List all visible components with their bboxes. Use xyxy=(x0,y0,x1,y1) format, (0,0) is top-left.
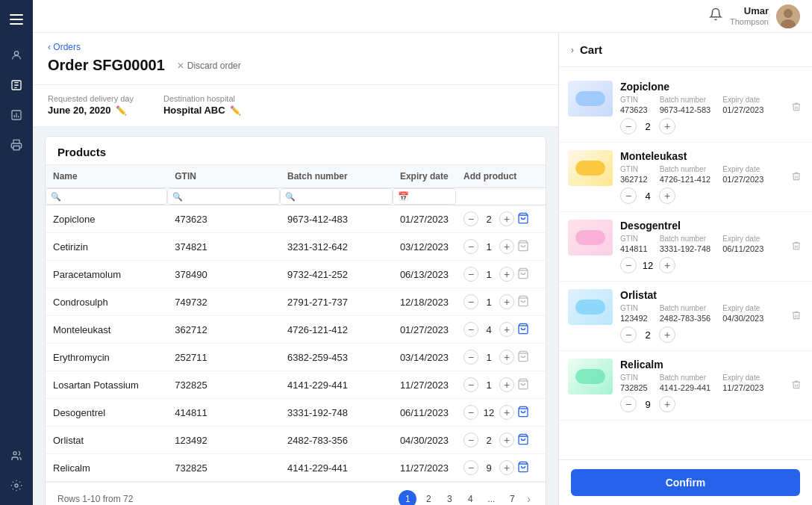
add-to-cart-icon[interactable] xyxy=(517,295,529,309)
add-to-cart-icon[interactable] xyxy=(517,461,529,475)
add-to-cart-icon[interactable] xyxy=(517,212,529,226)
qty-decrease-button[interactable]: − xyxy=(463,377,478,392)
cell-name: Monteleukast xyxy=(46,316,167,344)
qty-decrease-button[interactable]: − xyxy=(463,294,478,309)
col-name: Name xyxy=(46,165,167,188)
qty-decrease-button[interactable]: − xyxy=(463,239,478,254)
qty-increase-button[interactable]: + xyxy=(499,433,514,447)
cell-batch: 4141-229-441 xyxy=(280,454,393,482)
qty-increase-button[interactable]: + xyxy=(499,267,514,282)
cart-batch-group: Batch number 4141-229-441 xyxy=(660,374,711,393)
qty-decrease-button[interactable]: − xyxy=(463,211,478,226)
menu-icon[interactable] xyxy=(4,7,28,31)
qty-decrease-button[interactable]: − xyxy=(463,322,478,337)
cart-item-meta: GTIN 123492 Batch number 2482-783-356 Ex… xyxy=(620,304,782,323)
cart-qty-decrease-button[interactable]: − xyxy=(620,396,637,412)
bell-icon[interactable] xyxy=(709,7,722,25)
qty-decrease-button[interactable]: − xyxy=(463,433,478,447)
cart-qty-row: − 2 + xyxy=(620,326,782,343)
add-to-cart-icon[interactable] xyxy=(517,267,529,282)
cart-qty-decrease-button[interactable]: − xyxy=(620,326,637,343)
cart-expiry-value: 04/30/2023 xyxy=(722,314,763,323)
cart-item-info: Desogentrel GTIN 414811 Batch number 333… xyxy=(620,220,782,273)
add-to-cart-icon[interactable] xyxy=(517,240,529,254)
cart-qty-increase-button[interactable]: + xyxy=(659,326,675,343)
name-search-input[interactable] xyxy=(64,191,162,202)
order-title: Order SFG00001 xyxy=(48,57,165,74)
edit-delivery-date-icon[interactable]: ✏️ xyxy=(116,105,127,116)
print-icon[interactable] xyxy=(4,133,28,157)
qty-increase-button[interactable]: + xyxy=(499,405,514,420)
cart-delete-button[interactable] xyxy=(790,309,803,324)
qty-increase-button[interactable]: + xyxy=(499,322,514,337)
cart-delete-button[interactable] xyxy=(790,239,803,255)
breadcrumb[interactable]: Orders xyxy=(48,42,543,52)
cart-item-meta: GTIN 473623 Batch number 9673-412-583 Ex… xyxy=(620,96,782,115)
qty-decrease-button[interactable]: − xyxy=(463,460,478,475)
cart-gtin-value: 123492 xyxy=(620,314,648,323)
qty-cell: − 1 + xyxy=(463,267,538,282)
cart-header[interactable]: › Cart xyxy=(559,33,812,67)
qty-increase-button[interactable]: + xyxy=(499,350,514,365)
cell-batch: 3331-192-748 xyxy=(280,399,393,427)
qty-increase-button[interactable]: + xyxy=(499,377,514,392)
confirm-button[interactable]: Confirm xyxy=(571,469,800,496)
cart-qty-decrease-button[interactable]: − xyxy=(620,188,637,204)
cart-item-name: Zopiclone xyxy=(620,81,782,93)
batch-search-input[interactable] xyxy=(299,191,387,202)
cell-gtin: 473623 xyxy=(167,205,280,233)
order-meta: Requested delivery day June 20, 2020 ✏️ … xyxy=(33,85,558,127)
qty-increase-button[interactable]: + xyxy=(499,460,514,475)
qty-decrease-button[interactable]: − xyxy=(463,267,478,282)
group-icon[interactable] xyxy=(4,444,28,468)
edit-destination-icon[interactable]: ✏️ xyxy=(230,105,241,116)
cart-qty-increase-button[interactable]: + xyxy=(659,396,675,412)
page-4-button[interactable]: 4 xyxy=(461,490,479,505)
orders-icon[interactable] xyxy=(4,73,28,97)
batch-search-icon: 🔍 xyxy=(285,192,296,202)
cart-item: Desogentrel GTIN 414811 Batch number 333… xyxy=(559,212,812,282)
add-to-cart-icon[interactable] xyxy=(517,378,529,392)
cell-name: Orlistat xyxy=(46,427,167,454)
cart-delete-button[interactable] xyxy=(790,170,803,185)
cart-qty-increase-button[interactable]: + xyxy=(659,118,675,134)
reports-icon[interactable] xyxy=(4,103,28,127)
gtin-search-input[interactable] xyxy=(186,191,275,202)
cart-gtin-label: GTIN xyxy=(620,235,648,243)
cell-expiry: 06/11/2023 xyxy=(393,399,456,427)
cell-expiry: 03/14/2023 xyxy=(393,344,456,371)
cart-delete-button[interactable] xyxy=(790,100,803,116)
page-7-button[interactable]: 7 xyxy=(503,490,521,505)
page-1-button[interactable]: 1 xyxy=(399,490,416,505)
qty-increase-button[interactable]: + xyxy=(499,294,514,309)
qty-decrease-button[interactable]: − xyxy=(463,350,478,365)
cart-batch-value: 4141-229-441 xyxy=(660,383,711,392)
page-2-button[interactable]: 2 xyxy=(419,490,437,505)
cart-qty-decrease-button[interactable]: − xyxy=(620,118,637,134)
qty-decrease-button[interactable]: − xyxy=(463,405,478,420)
qty-increase-button[interactable]: + xyxy=(499,211,514,226)
add-to-cart-icon[interactable] xyxy=(517,406,529,420)
cell-name: Cetirizin xyxy=(46,233,167,261)
table-row: Losartan Potassium 732825 4141-229-441 1… xyxy=(46,371,546,399)
settings-icon[interactable] xyxy=(4,474,28,498)
page-next-arrow[interactable]: › xyxy=(524,493,534,505)
cart-qty-increase-button[interactable]: + xyxy=(659,188,675,204)
cart-qty-increase-button[interactable]: + xyxy=(659,257,675,273)
cart-item-info: Relicalm GTIN 732825 Batch number 4141-2… xyxy=(620,359,782,412)
discard-order-button[interactable]: Discard order xyxy=(177,61,241,71)
cell-gtin: 252711 xyxy=(167,344,280,371)
add-to-cart-icon[interactable] xyxy=(517,433,529,447)
cart-gtin-label: GTIN xyxy=(620,374,648,382)
cell-gtin: 414811 xyxy=(167,399,280,427)
qty-increase-button[interactable]: + xyxy=(499,239,514,254)
cart-expiry-label: Expiry date xyxy=(722,304,763,312)
page-3-button[interactable]: 3 xyxy=(440,490,458,505)
qty-value: 4 xyxy=(481,324,496,335)
cart-delete-button[interactable] xyxy=(790,378,803,394)
add-to-cart-icon[interactable] xyxy=(517,350,529,365)
cart-qty-decrease-button[interactable]: − xyxy=(620,257,637,273)
users-icon[interactable] xyxy=(4,43,28,67)
cell-expiry: 03/12/2023 xyxy=(393,233,456,261)
add-to-cart-icon[interactable] xyxy=(517,323,529,337)
